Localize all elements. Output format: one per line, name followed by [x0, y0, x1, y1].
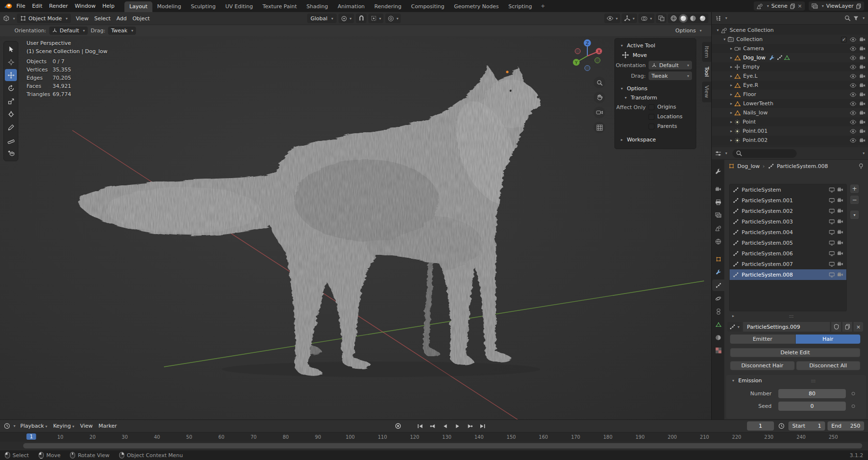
- timeline-menu-marker[interactable]: Marker: [95, 422, 120, 430]
- display-toggle-icon[interactable]: [829, 272, 835, 278]
- properties-tab-scene[interactable]: [712, 223, 724, 234]
- next-keyframe-button[interactable]: [465, 422, 475, 431]
- playhead[interactable]: 1: [27, 433, 36, 440]
- orientation-dropdown-header[interactable]: Global▾: [307, 14, 337, 23]
- tool-move[interactable]: [5, 69, 17, 81]
- workspace-tab-sculpting[interactable]: Sculpting: [186, 1, 220, 12]
- properties-tab-world[interactable]: [712, 236, 724, 247]
- play-button[interactable]: [453, 422, 462, 431]
- sidebar-tab-item[interactable]: Item: [702, 42, 711, 62]
- add-workspace-button[interactable]: +: [538, 1, 548, 12]
- unlink-scene-icon[interactable]: ×: [798, 3, 802, 9]
- hide-toggle-icon[interactable]: [850, 65, 856, 70]
- render-toggle-icon[interactable]: [859, 111, 866, 115]
- remove-particle-system-button[interactable]: −: [850, 195, 859, 205]
- checkbox-parents[interactable]: Parents: [649, 123, 682, 130]
- hide-toggle-icon[interactable]: [850, 83, 856, 88]
- editor-type-icon[interactable]: [3, 15, 10, 22]
- jump-to-end-button[interactable]: [478, 422, 488, 431]
- viewport-menu-add[interactable]: Add: [113, 14, 129, 23]
- outliner-row-point-001[interactable]: ▸Point.001: [712, 126, 868, 136]
- shading-rendered-button[interactable]: [698, 14, 707, 23]
- timeline-scrollbar[interactable]: [23, 443, 862, 448]
- tool-measure[interactable]: [5, 134, 17, 146]
- render-toggle-icon[interactable]: [837, 262, 843, 267]
- menu-window[interactable]: Window: [71, 2, 99, 10]
- render-toggle-icon[interactable]: [859, 74, 866, 79]
- particle-system-row-particlesystem-008[interactable]: ParticleSystem.008: [730, 269, 846, 280]
- field-seed[interactable]: 0: [778, 402, 846, 411]
- workspace-tab-animation[interactable]: Animation: [333, 1, 369, 12]
- workspace-tab-scripting[interactable]: Scripting: [503, 1, 537, 12]
- add-particle-system-button[interactable]: +: [850, 184, 859, 194]
- properties-tab-object[interactable]: [712, 253, 724, 265]
- field-number[interactable]: 80: [778, 389, 846, 398]
- hide-toggle-icon[interactable]: [850, 129, 856, 134]
- proportional-edit-dropdown[interactable]: ▾: [385, 14, 401, 23]
- disconnect-hair-button[interactable]: Disconnect Hair: [730, 361, 795, 370]
- workspace-tab-rendering[interactable]: Rendering: [369, 1, 406, 12]
- render-toggle-icon[interactable]: [859, 92, 866, 97]
- tool-transform[interactable]: [5, 108, 17, 120]
- viewport-menu-select[interactable]: Select: [91, 14, 113, 23]
- timeline-menu-view[interactable]: View: [77, 422, 95, 430]
- outliner-editor-icon[interactable]: [715, 15, 721, 21]
- pin-icon[interactable]: [858, 163, 864, 169]
- render-toggle-icon[interactable]: [837, 209, 843, 214]
- scene-selector[interactable]: ▾ Scene ×: [754, 1, 805, 11]
- outliner-row-camera[interactable]: ▸Camera: [712, 44, 868, 53]
- options-dropdown[interactable]: Options▾: [673, 27, 705, 35]
- gizmos-dropdown[interactable]: ▾: [622, 14, 637, 23]
- viewlayer-selector[interactable]: ▾ ViewLayer: [809, 1, 864, 11]
- properties-tab-constraints[interactable]: [712, 306, 724, 317]
- new-scene-icon[interactable]: [790, 3, 795, 9]
- properties-tab-modifiers[interactable]: [712, 266, 724, 278]
- hide-toggle-icon[interactable]: [850, 120, 856, 125]
- shading-material-button[interactable]: [689, 14, 697, 23]
- timeline-editor-icon[interactable]: [4, 423, 10, 429]
- render-toggle-icon[interactable]: [837, 198, 843, 203]
- display-toggle-icon[interactable]: [829, 262, 835, 267]
- properties-tab-tool[interactable]: [712, 166, 724, 177]
- display-toggle-icon[interactable]: [829, 198, 835, 203]
- object-visibility-dropdown[interactable]: ▾: [604, 14, 620, 23]
- hide-toggle-icon[interactable]: [850, 56, 856, 60]
- outliner-row-point[interactable]: ▸Point: [712, 117, 868, 126]
- play-reverse-button[interactable]: [440, 422, 450, 431]
- render-toggle-icon[interactable]: [859, 37, 866, 42]
- transform-section-header[interactable]: ▾Transform: [615, 93, 696, 102]
- navigation-gizmo[interactable]: Z Y X: [571, 38, 604, 72]
- render-toggle-icon[interactable]: [859, 138, 866, 143]
- hide-toggle-icon[interactable]: [850, 74, 856, 79]
- options-section-header[interactable]: ▾Options: [615, 84, 696, 93]
- pan-button[interactable]: [594, 92, 605, 103]
- jump-to-start-button[interactable]: [415, 422, 425, 431]
- workspace-tab-modeling[interactable]: Modeling: [152, 1, 186, 12]
- render-toggle-icon[interactable]: [837, 240, 843, 246]
- render-toggle-icon[interactable]: [837, 230, 843, 235]
- timeline-menu-keying[interactable]: Keying▾: [50, 422, 77, 430]
- breadcrumb-object[interactable]: Dog_low: [737, 163, 760, 169]
- blender-logo-icon[interactable]: [4, 3, 12, 9]
- active-tool-section-header[interactable]: ▾Active Tool: [615, 41, 696, 50]
- workspace-section-header[interactable]: ▸Workspace: [615, 135, 696, 144]
- auto-key-toggle[interactable]: [393, 422, 403, 431]
- display-toggle-icon[interactable]: [829, 240, 835, 246]
- properties-tab-texture[interactable]: [712, 345, 724, 356]
- tool-cursor[interactable]: [5, 56, 17, 68]
- render-toggle-icon[interactable]: [837, 272, 843, 278]
- render-toggle-icon[interactable]: [859, 46, 866, 51]
- timeline-menu-playback[interactable]: Playback▾: [17, 422, 50, 430]
- np-drag-dropdown[interactable]: Tweak▾: [649, 71, 692, 80]
- outliner-row-scene-collection[interactable]: ▾Scene Collection: [712, 26, 868, 35]
- disconnect-all-button[interactable]: Disconnect All: [796, 361, 861, 370]
- shading-solid-button[interactable]: [679, 14, 688, 23]
- properties-search-input[interactable]: [732, 149, 796, 158]
- properties-editor-icon[interactable]: [715, 151, 721, 156]
- outliner-row-nails-low[interactable]: ▸Nails_low: [712, 108, 868, 117]
- gizmo-x-neg-axis[interactable]: [575, 49, 581, 54]
- frame-end-field[interactable]: End250: [827, 421, 864, 431]
- orientation-dropdown[interactable]: Default▾: [49, 27, 88, 35]
- render-toggle-icon[interactable]: [859, 101, 866, 106]
- shading-wireframe-button[interactable]: [669, 14, 678, 23]
